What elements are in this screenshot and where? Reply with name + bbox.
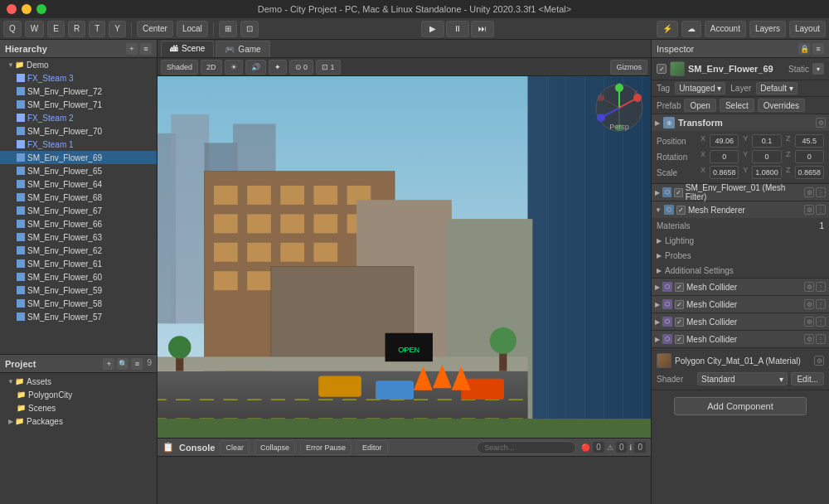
transform-q-btn[interactable]: Q [3, 21, 22, 37]
hierarchy-item-flower61[interactable]: SM_Env_Flower_61 [0, 257, 157, 270]
mesh-renderer-enabled[interactable]: ✓ [676, 206, 686, 215]
collider-2-enabled[interactable]: ✓ [675, 300, 684, 309]
hierarchy-item-flower65[interactable]: SM_Env_Flower_65 [0, 164, 157, 177]
viewport[interactable]: PIZZA [158, 76, 651, 438]
gizmos-button[interactable]: Gizmos [610, 60, 647, 75]
fx-toggle-btn[interactable]: ✦ [269, 60, 287, 75]
transform-y-btn[interactable]: Y [109, 21, 126, 37]
hierarchy-item-flower60[interactable]: SM_Env_Flower_60 [0, 270, 157, 284]
overrides-btn[interactable]: Overrides [758, 99, 805, 112]
mesh-filter-header[interactable]: ▶ ⬡ ✓ SM_Env_Flower_01 (Mesh Filter) ⚙ ⋮ [652, 184, 829, 201]
snap-btn[interactable]: ⊡ [240, 21, 259, 37]
scale-z-input[interactable]: 0.8658 [795, 166, 824, 179]
static-dropdown-btn[interactable]: ▾ [812, 63, 824, 75]
minimize-button[interactable] [22, 4, 32, 14]
transform-r-btn[interactable]: R [68, 21, 85, 37]
inspector-lock-btn[interactable]: 🔒 [798, 43, 810, 55]
clear-button[interactable]: Clear [220, 440, 250, 455]
hierarchy-item-fx-steam3[interactable]: FX_Steam 3 [0, 71, 157, 85]
error-pause-button[interactable]: Error Pause [300, 440, 351, 455]
hierarchy-add-btn[interactable]: + [126, 43, 138, 55]
scale-y-input[interactable]: 1.0800 [752, 166, 781, 179]
grid-btn[interactable]: ⊞ [219, 21, 237, 37]
window-controls[interactable] [7, 4, 46, 14]
render-scale-btn[interactable]: ⊡ 1 [316, 60, 341, 75]
project-menu-btn[interactable]: ≡ [131, 358, 143, 370]
hierarchy-item-fx-steam2[interactable]: FX_Steam 2 [0, 111, 157, 124]
mesh-renderer-more-btn[interactable]: ⋮ [816, 205, 826, 215]
shading-mode-btn[interactable]: Shaded [161, 60, 198, 75]
account-button[interactable]: Account [705, 21, 746, 37]
project-item-packages[interactable]: ▶ 📁 Packages [0, 414, 157, 428]
transform-w-btn[interactable]: W [25, 21, 44, 37]
shader-dropdown[interactable]: Standard ▾ [697, 372, 788, 385]
hierarchy-item-flower69[interactable]: SM_Env_Flower_69 [0, 151, 157, 164]
scene-view-options[interactable]: ⊙ 0 [289, 60, 314, 75]
collider-2-more-btn[interactable]: ⋮ [816, 299, 826, 309]
project-item-scenes[interactable]: 📁 Scenes [0, 401, 157, 414]
hierarchy-menu-btn[interactable]: ≡ [140, 43, 152, 55]
transform-e-btn[interactable]: E [47, 21, 65, 37]
rot-z-input[interactable]: 0 [795, 150, 824, 163]
collider-1-settings-btn[interactable]: ⚙ [804, 282, 814, 292]
perspective-gizmo[interactable]: X Y Z Persp [594, 83, 644, 133]
tab-game[interactable]: 🎮 Game [216, 41, 269, 57]
collab-btn[interactable]: ⚡ [657, 21, 678, 37]
project-item-assets[interactable]: ▼ 📁 Assets [0, 375, 157, 388]
select-prefab-btn[interactable]: Select [720, 99, 754, 112]
play-button[interactable]: ▶ [421, 21, 444, 37]
project-item-polygon-city[interactable]: 📁 PolygonCity [0, 388, 157, 401]
add-component-button[interactable]: Add Component [674, 397, 807, 415]
hierarchy-item-flower64[interactable]: SM_Env_Flower_64 [0, 177, 157, 191]
maximize-button[interactable] [36, 4, 46, 14]
hierarchy-item-flower63[interactable]: SM_Env_Flower_63 [0, 230, 157, 244]
hierarchy-list[interactable]: ▼ 📁 Demo FX_Steam 3 SM_Env_Flower_72 SM_… [0, 58, 157, 354]
collider-1-more-btn[interactable]: ⋮ [816, 282, 826, 292]
collider-3-header[interactable]: ▶ ⬡ ✓ Mesh Collider ⚙ ⋮ [652, 313, 829, 330]
scale-x-input[interactable]: 0.8658 [710, 166, 739, 179]
mesh-filter-enabled[interactable]: ✓ [674, 188, 682, 197]
mesh-renderer-settings-btn[interactable]: ⚙ [804, 205, 814, 215]
layers-button[interactable]: Layers [749, 21, 786, 37]
transform-header[interactable]: ▶ ⊕ Transform ⚙ [652, 114, 829, 131]
project-tree[interactable]: ▼ 📁 Assets 📁 PolygonCity 📁 Scenes ▶ 📁 Pa… [0, 373, 157, 504]
hierarchy-item-flower70[interactable]: SM_Env_Flower_70 [0, 124, 157, 138]
pos-z-input[interactable]: 45.5 [795, 134, 824, 148]
transform-t-btn[interactable]: T [89, 21, 105, 37]
rot-y-input[interactable]: 0 [752, 150, 781, 163]
lighting-row[interactable]: ▶ Lighting [652, 233, 829, 248]
collider-3-enabled[interactable]: ✓ [675, 317, 684, 327]
collider-4-enabled[interactable]: ✓ [675, 335, 684, 344]
rot-x-input[interactable]: 0 [710, 150, 739, 163]
hierarchy-item-flower57[interactable]: SM_Env_Flower_57 [0, 310, 157, 323]
mesh-filter-settings-btn[interactable]: ⚙ [804, 187, 814, 197]
cloud-button[interactable]: ☁ [681, 21, 701, 37]
collider-3-more-btn[interactable]: ⋮ [816, 317, 826, 327]
collider-4-settings-btn[interactable]: ⚙ [804, 334, 814, 344]
collider-4-more-btn[interactable]: ⋮ [816, 334, 826, 344]
object-enabled-checkbox[interactable]: ✓ [657, 64, 667, 74]
hierarchy-item-flower67[interactable]: SM_Env_Flower_67 [0, 204, 157, 217]
mesh-filter-more-btn[interactable]: ⋮ [816, 187, 826, 197]
hierarchy-item-flower72[interactable]: SM_Env_Flower_72 [0, 85, 157, 98]
pos-y-input[interactable]: 0.1 [752, 134, 781, 148]
probes-row[interactable]: ▶ Probes [652, 248, 829, 263]
collapse-button[interactable]: Collapse [255, 440, 295, 455]
pos-x-input[interactable]: 49.06 [710, 134, 739, 148]
hierarchy-item-flower62[interactable]: SM_Env_Flower_62 [0, 244, 157, 257]
edit-shader-btn[interactable]: Edit... [791, 372, 824, 385]
collider-4-header[interactable]: ▶ ⬡ ✓ Mesh Collider ⚙ ⋮ [652, 331, 829, 347]
editor-button[interactable]: Editor [356, 440, 388, 455]
2d-btn[interactable]: 2D [201, 60, 222, 75]
collider-1-header[interactable]: ▶ ⬡ ✓ Mesh Collider ⚙ ⋮ [652, 279, 829, 295]
layer-dropdown[interactable]: Default ▾ [756, 82, 797, 94]
hierarchy-item-flower58[interactable]: SM_Env_Flower_58 [0, 297, 157, 310]
collider-2-settings-btn[interactable]: ⚙ [804, 299, 814, 309]
tag-dropdown[interactable]: Untagged ▾ [675, 82, 725, 94]
additional-settings-row[interactable]: ▶ Additional Settings [652, 263, 829, 278]
close-button[interactable] [7, 4, 17, 14]
layout-button[interactable]: Layout [789, 21, 826, 37]
center-button[interactable]: Center [137, 21, 173, 37]
collider-2-header[interactable]: ▶ ⬡ ✓ Mesh Collider ⚙ ⋮ [652, 296, 829, 313]
open-prefab-btn[interactable]: Open [684, 99, 715, 112]
